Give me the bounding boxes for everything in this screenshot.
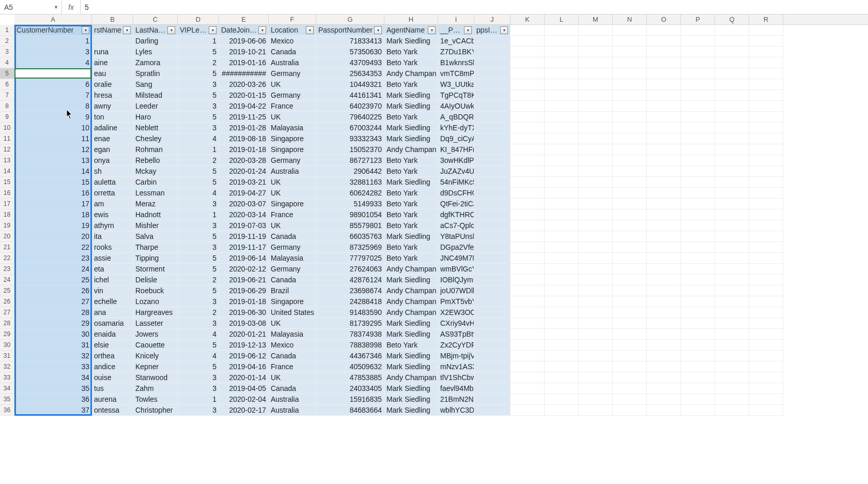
empty-cell[interactable] xyxy=(579,90,613,101)
cell[interactable]: wblhYC3D_Sk xyxy=(438,405,474,416)
header-cell-LastName[interactable]: LastName▾ xyxy=(133,25,178,36)
cell[interactable]: Canada xyxy=(269,231,316,242)
cell[interactable]: sh xyxy=(92,166,133,177)
cell[interactable]: 2020-02-12 xyxy=(219,264,269,275)
column-header-C[interactable]: C xyxy=(133,14,178,24)
row-header[interactable]: 21 xyxy=(0,242,14,253)
empty-cell[interactable] xyxy=(647,264,681,275)
empty-cell[interactable] xyxy=(613,361,647,372)
cell[interactable]: Mark Siedling xyxy=(384,318,438,329)
cell[interactable]: 85579801 xyxy=(316,220,384,231)
cell[interactable]: 21BmN2Nzdkc xyxy=(438,394,474,405)
cell[interactable]: 77797025 xyxy=(316,253,384,264)
empty-cell[interactable] xyxy=(749,47,783,57)
cell[interactable]: Lasseter xyxy=(133,318,178,329)
empty-cell[interactable] xyxy=(715,405,749,416)
row-header[interactable]: 33 xyxy=(0,372,14,383)
spreadsheet-grid[interactable]: ABCDEFGHIJKLMNOPQR 1CustomerNumber▾rstNa… xyxy=(0,14,868,416)
empty-cell[interactable] xyxy=(647,296,681,307)
empty-cell[interactable] xyxy=(579,25,613,36)
empty-cell[interactable] xyxy=(545,199,579,209)
empty-cell[interactable] xyxy=(613,177,647,188)
empty-cell[interactable] xyxy=(647,372,681,383)
filter-dropdown-icon[interactable]: ▾ xyxy=(306,26,314,34)
empty-cell[interactable] xyxy=(510,90,545,101)
row-header[interactable]: 3 xyxy=(0,47,14,57)
cell[interactable]: 3 xyxy=(178,318,219,329)
row-header[interactable]: 28 xyxy=(0,318,14,329)
empty-cell[interactable] xyxy=(715,220,749,231)
cell[interactable]: 40509632 xyxy=(316,361,384,372)
header-cell-CustomerNumber[interactable]: CustomerNumber▾ xyxy=(14,25,92,36)
empty-cell[interactable] xyxy=(715,25,749,36)
cell[interactable]: Neblett xyxy=(133,123,178,133)
column-header-N[interactable]: N xyxy=(613,14,647,24)
empty-cell[interactable] xyxy=(681,296,715,307)
empty-cell[interactable] xyxy=(545,372,579,383)
cell[interactable]: 86727123 xyxy=(316,155,384,166)
cell[interactable]: Rebello xyxy=(133,155,178,166)
cell[interactable] xyxy=(474,101,510,112)
cell[interactable]: 2019-04-05 xyxy=(219,383,269,394)
empty-cell[interactable] xyxy=(510,275,545,285)
cell[interactable]: faevl94MbJM xyxy=(438,383,474,394)
cell[interactable]: ana xyxy=(92,307,133,318)
cell[interactable]: onya xyxy=(92,155,133,166)
cell[interactable]: Beto Yark xyxy=(384,242,438,253)
filter-dropdown-icon[interactable]: ▾ xyxy=(374,26,382,34)
cell[interactable]: 29 xyxy=(14,318,92,329)
empty-cell[interactable] xyxy=(749,275,783,285)
empty-cell[interactable] xyxy=(715,361,749,372)
cell[interactable]: Lessman xyxy=(133,188,178,199)
empty-cell[interactable] xyxy=(510,188,545,199)
cell[interactable]: 6 xyxy=(14,79,92,90)
cell[interactable]: Mishler xyxy=(133,220,178,231)
empty-cell[interactable] xyxy=(749,361,783,372)
empty-cell[interactable] xyxy=(647,383,681,394)
empty-cell[interactable] xyxy=(579,231,613,242)
cell[interactable]: 23698674 xyxy=(316,285,384,296)
cell[interactable]: UK xyxy=(269,220,316,231)
cell[interactable]: 5149933 xyxy=(316,199,384,209)
empty-cell[interactable] xyxy=(545,296,579,307)
row-header[interactable]: 26 xyxy=(0,296,14,307)
cell[interactable] xyxy=(474,329,510,340)
empty-cell[interactable] xyxy=(545,394,579,405)
empty-cell[interactable] xyxy=(545,123,579,133)
cell[interactable] xyxy=(92,36,133,47)
cell[interactable]: Mexico xyxy=(269,36,316,47)
cell[interactable]: 2020-03-28 xyxy=(219,155,269,166)
row-header[interactable]: 19 xyxy=(0,220,14,231)
empty-cell[interactable] xyxy=(749,351,783,361)
filter-dropdown-icon[interactable]: ▾ xyxy=(258,26,266,34)
cell[interactable] xyxy=(474,351,510,361)
empty-cell[interactable] xyxy=(510,25,545,36)
cell[interactable]: 36 xyxy=(14,394,92,405)
cell[interactable]: 2019-06-12 xyxy=(219,351,269,361)
cell[interactable]: CXriy94vHvE xyxy=(438,318,474,329)
empty-cell[interactable] xyxy=(510,199,545,209)
cell[interactable]: Towles xyxy=(133,394,178,405)
empty-cell[interactable] xyxy=(749,155,783,166)
cell[interactable]: Andy Champan xyxy=(384,264,438,275)
column-header-B[interactable]: B xyxy=(92,14,133,24)
column-header-A[interactable]: A xyxy=(14,14,92,24)
cell[interactable]: Mexico xyxy=(269,340,316,351)
cell[interactable] xyxy=(474,383,510,394)
empty-cell[interactable] xyxy=(647,133,681,144)
cell[interactable]: Mark Siedling xyxy=(384,383,438,394)
cell[interactable] xyxy=(474,242,510,253)
empty-cell[interactable] xyxy=(715,36,749,47)
column-header-O[interactable]: O xyxy=(647,14,681,24)
cell[interactable]: wmBVlGcYnyY xyxy=(438,264,474,275)
cell[interactable]: am xyxy=(92,199,133,209)
cell[interactable]: athyrn xyxy=(92,220,133,231)
empty-cell[interactable] xyxy=(681,394,715,405)
cell[interactable]: 5 xyxy=(178,90,219,101)
row-header[interactable]: 5 xyxy=(0,68,14,79)
cell[interactable]: AS93TpBtvpo xyxy=(438,329,474,340)
empty-cell[interactable] xyxy=(681,242,715,253)
cell[interactable]: Mark Siedling xyxy=(384,36,438,47)
cell[interactable]: Zamora xyxy=(133,57,178,68)
empty-cell[interactable] xyxy=(545,144,579,155)
